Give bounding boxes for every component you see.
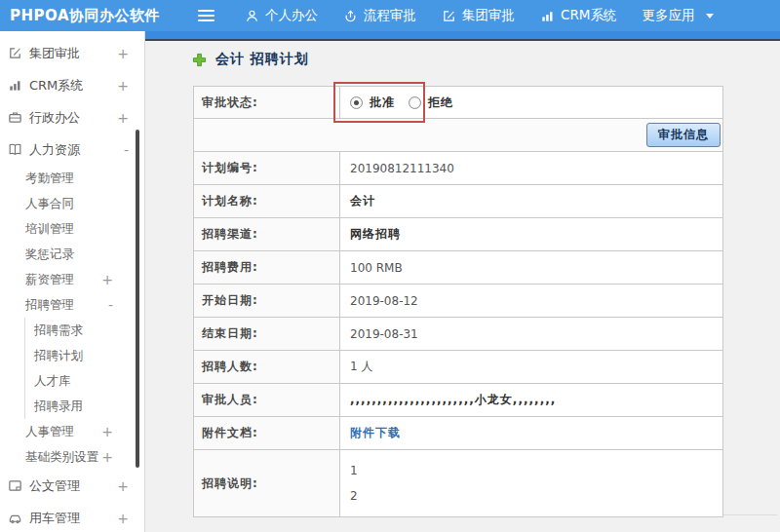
attachment-download-link[interactable]: 附件下载: [350, 425, 401, 441]
field-value: 批准 拒绝: [340, 87, 722, 118]
expand-toggle[interactable]: +: [117, 479, 129, 493]
sidebar-item-label: 人才库: [34, 373, 71, 390]
topmenu-crm[interactable]: CRM系统: [527, 0, 629, 31]
topmenu-label: 集团审批: [462, 7, 515, 24]
sidebar: 集团审批 + CRM系统 + 行政办公 + 人力资源 - 考勤管理 人事合同 培…: [0, 31, 145, 532]
sidebar-item-base-category[interactable]: 基础类别设置 +: [0, 444, 144, 470]
radio-reject[interactable]: [409, 96, 421, 109]
sidebar-item-personnel[interactable]: 人事管理 +: [0, 419, 144, 444]
topmenu-label: CRM系统: [561, 7, 616, 24]
row-plan-number: 计划编号: 20190812111340: [194, 152, 722, 185]
field-label: 招聘费用:: [194, 251, 340, 284]
sidebar-item-vehicle-mgmt[interactable]: 用车管理 +: [0, 502, 144, 532]
topmenu-personal-office[interactable]: 个人办公: [232, 0, 331, 31]
expand-toggle[interactable]: +: [101, 273, 113, 286]
sidebar-item-recruitment[interactable]: 招聘管理 -: [0, 292, 144, 318]
approve-info-button[interactable]: 审批信息: [646, 123, 721, 147]
expand-toggle[interactable]: +: [101, 450, 113, 464]
field-value: 100 RMB: [340, 251, 722, 284]
process-arrow-icon: [343, 9, 358, 23]
sidebar-item-recruit-plan[interactable]: 招聘计划: [24, 343, 144, 368]
approval-radio-group: 批准 拒绝: [350, 95, 467, 111]
field-label: 附件文档:: [194, 417, 340, 449]
sidebar-item-group-approval[interactable]: 集团审批 +: [0, 37, 144, 69]
field-value: 网络招聘: [340, 218, 722, 250]
sidebar-item-talent-pool[interactable]: 人才库: [24, 368, 144, 394]
sidebar-item-label: 集团审批: [29, 45, 80, 62]
row-start-date: 开始日期: 2019-08-12: [194, 285, 722, 318]
sidebar-item-rewards[interactable]: 奖惩记录: [0, 242, 144, 267]
chevron-down-icon: [706, 14, 714, 19]
field-label: 招聘人数:: [194, 351, 340, 383]
sidebar-item-recruit-hire[interactable]: 招聘录用: [24, 394, 144, 419]
radio-approve[interactable]: [350, 96, 363, 109]
row-recruit-description: 招聘说明: 1 2: [194, 450, 722, 516]
sidebar-item-label: 人事合同: [25, 196, 74, 212]
sidebar-item-label: 考勤管理: [25, 171, 74, 187]
person-icon: [245, 9, 259, 23]
car-icon: [8, 511, 23, 525]
sidebar-item-label: 人力资源: [29, 141, 80, 159]
main-content: 会计 招聘计划 审批状态: 批准 拒绝 审批信息 计划编号: 201908121…: [145, 31, 780, 532]
description-line: 2: [350, 483, 722, 509]
field-label: 招聘说明:: [194, 450, 340, 516]
radio-reject-label[interactable]: 拒绝: [428, 95, 453, 111]
bar-chart-icon: [8, 78, 23, 93]
sidebar-item-training[interactable]: 培训管理: [0, 216, 144, 242]
field-label: 招聘渠道:: [194, 218, 340, 250]
topmenu-process-approval[interactable]: 流程审批: [331, 0, 429, 31]
field-value: 2019-08-12: [340, 285, 722, 317]
sidebar-item-label: 招聘管理: [25, 297, 74, 314]
topmenu-label: 流程审批: [364, 7, 416, 24]
sidebar-item-label: 招聘录用: [34, 399, 83, 415]
top-navbar: PHPOA协同办公软件 个人办公 流程审批 集团审批 CRM系统: [0, 0, 780, 31]
row-approve-button: 审批信息: [194, 119, 722, 152]
sidebar-item-hr-contract[interactable]: 人事合同: [0, 191, 144, 216]
field-label: 计划名称:: [194, 185, 340, 217]
sidebar-item-hr[interactable]: 人力资源 -: [0, 133, 144, 166]
sidebar-item-admin-office[interactable]: 行政办公 +: [0, 101, 144, 133]
row-approval-status: 审批状态: 批准 拒绝: [194, 87, 722, 119]
field-label: 审批人员:: [194, 384, 340, 416]
expand-toggle[interactable]: +: [117, 512, 129, 525]
page-title-text: 会计 招聘计划: [215, 51, 309, 68]
field-value: 会计: [340, 185, 722, 217]
expand-toggle[interactable]: +: [101, 425, 113, 438]
sidebar-item-document-mgmt[interactable]: 公文管理 +: [0, 470, 144, 502]
expand-toggle[interactable]: +: [117, 79, 129, 93]
row-attachment: 附件文档: 附件下载: [194, 417, 722, 450]
sidebar-item-label: 人事管理: [25, 424, 74, 440]
sidebar-item-attendance[interactable]: 考勤管理: [0, 166, 144, 191]
edit-square-icon: [8, 46, 23, 60]
sidebar-item-recruit-demand[interactable]: 招聘需求: [24, 318, 144, 343]
green-plus-icon: [192, 53, 207, 67]
sidebar-item-salary[interactable]: 薪资管理 +: [0, 267, 144, 292]
row-recruit-channel: 招聘渠道: 网络招聘: [194, 218, 722, 251]
field-label: 计划编号:: [194, 152, 340, 184]
collapse-toggle[interactable]: -: [124, 143, 129, 157]
field-label: 开始日期:: [194, 285, 340, 317]
topmenu-label: 个人办公: [265, 7, 318, 24]
topmenu-more-apps[interactable]: 更多应用: [629, 0, 726, 31]
field-value: 附件下载: [340, 417, 722, 449]
expand-toggle[interactable]: +: [117, 47, 129, 60]
bar-chart-icon: [540, 9, 555, 23]
topmenu-label: 更多应用: [642, 7, 694, 24]
sidebar-item-crm[interactable]: CRM系统 +: [0, 69, 144, 101]
row-plan-name: 计划名称: 会计: [194, 185, 722, 218]
sidebar-scrollbar[interactable]: [136, 130, 139, 468]
sidebar-item-label: 公文管理: [29, 477, 80, 495]
field-label: 审批状态:: [194, 87, 340, 118]
radio-approve-label[interactable]: 批准: [370, 95, 395, 111]
topmenu-group-approval[interactable]: 集团审批: [429, 0, 527, 31]
row-approvers: 审批人员: ,,,,,,,,,,,,,,,,,,,,,,,小龙女,,,,,,,,: [194, 384, 722, 417]
sidebar-item-label: 行政办公: [29, 109, 80, 127]
sidebar-item-label: 用车管理: [29, 510, 80, 527]
edit-square-icon: [442, 9, 456, 23]
document-icon: [8, 478, 23, 493]
expand-toggle[interactable]: +: [117, 111, 129, 125]
hamburger-icon[interactable]: [198, 10, 214, 24]
recruit-plan-form: 审批状态: 批准 拒绝 审批信息 计划编号: 20190812111340 计划…: [193, 86, 723, 517]
field-value: ,,,,,,,,,,,,,,,,,,,,,,,小龙女,,,,,,,,: [340, 384, 722, 416]
collapse-toggle[interactable]: -: [108, 298, 113, 312]
